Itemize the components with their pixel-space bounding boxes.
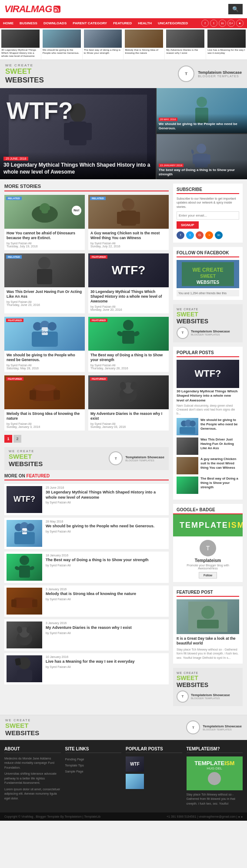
- navigation: HOME BUSINESS DOWNLOADS PARENT CATEGORY …: [0, 18, 247, 28]
- nav-business[interactable]: BUSINESS: [17, 18, 40, 28]
- story-3-date: Thursday, June 23, 2016: [7, 303, 83, 306]
- nav-downloads[interactable]: DOWNLOADS: [40, 18, 70, 28]
- popular-post-main[interactable]: WTF? 30 Legendary Mythical Things Which …: [177, 360, 239, 415]
- footer-link-3[interactable]: Sample Page: [65, 769, 122, 775]
- badge-4: FEATURED: [90, 255, 107, 259]
- logo[interactable]: VIRALMAG: [4, 3, 60, 15]
- featured-post-img[interactable]: [177, 599, 239, 634]
- story-4-title: 30 Legendary Mythical Things Which Shape…: [90, 289, 167, 304]
- story-6-date: Thursday, January 28, 2016: [90, 367, 167, 370]
- feat-6-date: 10 January 2016: [46, 655, 135, 658]
- footer-templateism-text: Stay place Tch Mewwy without so - Gather…: [187, 792, 243, 806]
- search-button[interactable]: 🔍: [228, 4, 243, 14]
- google-follow-button[interactable]: Follow: [199, 572, 217, 579]
- story-7-title: Melody that is Strong Idea of knowing th…: [7, 411, 83, 421]
- featured-item-4[interactable]: 3 January 2016 Melody that is Strong Ide…: [4, 585, 169, 617]
- sub-gp-icon[interactable]: G: [196, 231, 204, 239]
- google-badge-desc: Promote your Blogger blog with Awesomene…: [177, 564, 239, 570]
- featured-item-6[interactable]: 10 January 2016 Live has a Meaning for t…: [4, 653, 169, 684]
- svg-rect-16: [121, 210, 136, 226]
- story-3-author: by Syed Faizan Ali: [7, 300, 83, 303]
- top-story-2[interactable]: We should be giving to the People who ne…: [41, 28, 83, 59]
- page-2[interactable]: 2: [13, 435, 21, 443]
- story-card-4[interactable]: WTF? FEATURED 30 Legendary Mythical Thin…: [88, 253, 169, 313]
- sub-in-icon[interactable]: in: [215, 231, 223, 239]
- footer-pop-post-2[interactable]: [126, 774, 182, 789]
- popular-post-2[interactable]: We should be giving to the People who ne…: [177, 418, 239, 435]
- more-on-featured-title: MORE ON FEATURED: [4, 473, 169, 480]
- sub-fb-icon[interactable]: f: [177, 231, 184, 239]
- templateism-circle-logo: T: [178, 66, 194, 82]
- pinterest-nav-icon[interactable]: ●: [236, 20, 244, 27]
- footer-link-1[interactable]: Pending Page: [65, 756, 122, 763]
- footer-pop-post-1[interactable]: WTF: [126, 756, 182, 772]
- hero-main-overlay: 25 JUNE, 2016 30 Legendary Mythical Thin…: [0, 152, 156, 179]
- nav-home[interactable]: HOME: [0, 18, 17, 28]
- sidebar-banner-bottom: T Templateism Showcase BLOGGER TEMPLATES: [177, 327, 239, 339]
- top-story-1[interactable]: 30 Legendary Mythical Things Which Shape…: [0, 28, 41, 59]
- svg-rect-20: [37, 269, 52, 284]
- popular-posts-widget: POPULAR POSTS WTF? 30 Legendary Mythical…: [173, 347, 243, 500]
- feat-5-date: 3 January 2016: [46, 621, 132, 625]
- facebook-nav-icon[interactable]: f: [201, 20, 209, 27]
- featured-item-1[interactable]: WTF? 25 June 2016 30 Legendary Mythical …: [4, 484, 169, 515]
- page-1[interactable]: 1: [4, 435, 12, 443]
- svg-text:WE CREATE: WE CREATE: [192, 267, 223, 273]
- pop-post-main-title: 30 Legendary Mythical Things Which Shape…: [177, 389, 239, 403]
- top-story-4[interactable]: Melody that is Strong Idea of knowing th…: [124, 28, 165, 59]
- story-card-3[interactable]: RELATED Was This Driver Just Having Fun …: [4, 253, 85, 313]
- nav-uncategorized[interactable]: UNCATEGORIZED: [155, 18, 191, 28]
- googleplus-nav-icon[interactable]: G+: [227, 20, 235, 27]
- hero-side-bottom[interactable]: 15 JANUARY 2016 The best way of Doing a …: [157, 134, 247, 179]
- story-card-8[interactable]: FEATURED My Adventure Diaries is the rea…: [88, 375, 169, 431]
- nav-health[interactable]: HEALTH: [135, 18, 155, 28]
- svg-point-64: [201, 606, 214, 619]
- featured-item-2[interactable]: Give 28 May 2016 We should be giving to …: [4, 518, 169, 549]
- hero-side-top[interactable]: 28 MAY, 2016 We should be giving to the …: [157, 88, 247, 133]
- story-card-5[interactable]: Give FEATURED We should be giving to the…: [4, 317, 85, 372]
- top-story-6-text: Live has a Meaning for the way I see it …: [207, 49, 246, 55]
- featured-item-3[interactable]: 18 January 2016 The Best way of Doing a …: [4, 552, 169, 583]
- popular-post-5[interactable]: The Best way of Doing a thing is Show yo…: [177, 477, 239, 494]
- popular-post-3[interactable]: Was This Driver Just Having Fun Or Actin…: [177, 437, 239, 455]
- footer-about-text1: Medecins du Monde Jane Addams reduce chi…: [4, 756, 61, 770]
- story-card-2[interactable]: RELATED A Guy wearing Chicken suit Is th…: [88, 195, 169, 250]
- blogger-templates: BLOGGER TEMPLATES: [198, 75, 242, 78]
- hero-main-image[interactable]: WTF? 25 JUNE, 2016 30 Legendary Mythical…: [0, 88, 156, 179]
- nav-featured[interactable]: FEATURED: [110, 18, 135, 28]
- story-4-date: Monday, June 20, 2016: [90, 308, 167, 311]
- story-card-1[interactable]: RELATED No! How You cannot be afraid of …: [4, 195, 85, 250]
- svg-rect-17: [117, 212, 122, 224]
- top-story-6[interactable]: Live has a Meaning for the way I see it …: [206, 28, 247, 59]
- svg-rect-47: [32, 599, 37, 607]
- twitter-nav-icon[interactable]: t: [210, 20, 217, 27]
- popular-post-4[interactable]: A guy wearing Chicken suit Is the most W…: [177, 457, 239, 474]
- sub-rss-icon[interactable]: ⌁: [205, 231, 213, 239]
- footer-templateism-logo: TEMPLATEISM HUG DEL: [187, 756, 243, 790]
- linkedin-nav-icon[interactable]: in: [219, 20, 226, 27]
- signup-button[interactable]: SIGNUP: [177, 221, 199, 229]
- svg-text:SWEET: SWEET: [200, 274, 216, 279]
- svg-point-39: [27, 523, 34, 531]
- footer-link-2[interactable]: Template Tips: [65, 763, 122, 769]
- badge-8: FEATURED: [90, 377, 107, 381]
- top-story-5[interactable]: My Adventure Diaries is the reason why I…: [165, 28, 206, 59]
- story-card-6[interactable]: FEATURED The Best way of Doing a thing i…: [88, 317, 169, 372]
- featured-item-5[interactable]: 3 January 2016 My Adventure Diaries is t…: [4, 619, 169, 651]
- pop-post-main-desc: Nam Subcat vlocuminiy, deep green shed C…: [177, 404, 239, 415]
- feat-2-title: We should be giving to the People who ne…: [46, 524, 154, 529]
- footer-banner-logo: T: [186, 720, 200, 734]
- nav-parent-category[interactable]: PARENT CATEGORY: [70, 18, 110, 28]
- websites-label: WEBSITES: [5, 76, 44, 85]
- feat-3-date: 18 January 2016: [46, 554, 149, 557]
- featured-item-4-info: 3 January 2016 Melody that is Strong Ide…: [46, 588, 136, 615]
- sub-tw-icon[interactable]: t: [186, 231, 194, 239]
- hero-side-bottom-text: The best way of Doing a thing is to Show…: [159, 168, 245, 177]
- google-badge-header-bg: TEMPLATEISM: [173, 514, 243, 536]
- story-card-7[interactable]: FEATURED Melody that is Strong Idea of k…: [4, 375, 85, 431]
- subscribe-input[interactable]: [177, 211, 239, 220]
- top-story-3[interactable]: The best way of doing a thing is to Show…: [83, 28, 124, 59]
- top-stories-bar: 30 Legendary Mythical Things Which Shape…: [0, 28, 247, 60]
- svg-rect-46: [11, 599, 17, 607]
- templateism-showcase: Templateism Showcase: [198, 70, 242, 75]
